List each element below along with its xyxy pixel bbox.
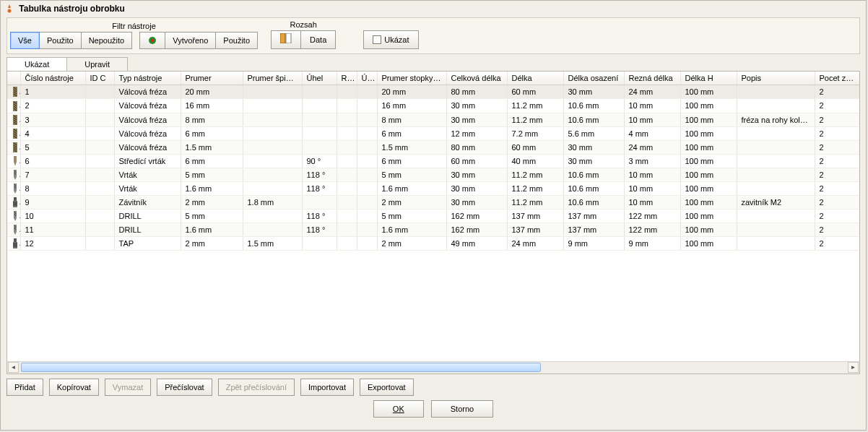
cell-u[interactable] <box>357 99 377 113</box>
table-row[interactable]: 7Vrták5 mm118 °5 mm30 mm11.2 mm10.6 mm10… <box>7 168 860 181</box>
cell-tot[interactable]: 80 mm <box>446 85 507 99</box>
cell-shank[interactable]: 8 mm <box>377 113 446 126</box>
tool-icon[interactable] <box>7 209 20 223</box>
cell-teeth[interactable]: 2 <box>815 140 860 154</box>
cell-shld[interactable]: 9 mm <box>563 237 624 251</box>
cell-shld[interactable]: 10.6 mm <box>563 99 624 113</box>
tool-icon[interactable] <box>7 196 20 209</box>
cell-tip[interactable] <box>243 154 302 168</box>
col-total-len[interactable]: Celková délka <box>446 72 507 85</box>
cell-ang[interactable]: 118 ° <box>302 168 337 181</box>
cell-desc[interactable] <box>737 209 815 223</box>
cell-dia[interactable]: 6 mm <box>181 126 243 140</box>
cell-cut[interactable]: 10 mm <box>624 99 680 113</box>
col-desc[interactable]: Popis <box>737 72 815 85</box>
cell-desc[interactable] <box>737 85 815 99</box>
cell-r[interactable] <box>337 237 357 251</box>
cell-tot[interactable]: 30 mm <box>446 196 507 209</box>
undo-renumber-button[interactable]: Zpět přečíslování <box>218 379 295 396</box>
filter-created-icon-button[interactable] <box>139 32 165 49</box>
cell-u[interactable] <box>357 223 377 237</box>
cell-shank[interactable]: 1.6 mm <box>377 223 446 237</box>
filter-used2-button[interactable]: Použito <box>216 32 258 49</box>
cell-len[interactable]: 11.2 mm <box>507 196 563 209</box>
cell-len[interactable]: 60 mm <box>507 85 563 99</box>
tool-icon[interactable] <box>7 85 20 99</box>
cell-tip[interactable] <box>243 85 302 99</box>
cell-idc[interactable] <box>85 196 114 209</box>
cell-shld[interactable]: 30 mm <box>563 154 624 168</box>
cell-ang[interactable] <box>302 85 337 99</box>
cell-h[interactable]: 100 mm <box>680 209 737 223</box>
col-shoulder-len[interactable]: Délka osazení <box>563 72 624 85</box>
table-row[interactable]: 3Válcová fréza8 mm8 mm30 mm11.2 mm10.6 m… <box>7 113 860 126</box>
tool-icon[interactable] <box>7 99 20 113</box>
cell-u[interactable] <box>357 113 377 126</box>
renumber-button[interactable]: Přečíslovat <box>157 379 212 396</box>
table-row[interactable]: 4Válcová fréza6 mm6 mm12 mm7.2 mm5.6 mm4… <box>7 126 860 140</box>
cell-desc[interactable] <box>737 181 815 195</box>
cell-len[interactable]: 11.2 mm <box>507 181 563 195</box>
cell-dia[interactable]: 1.6 mm <box>181 223 243 237</box>
table-row[interactable]: 1Válcová fréza20 mm20 mm80 mm60 mm30 mm2… <box>7 85 860 99</box>
col-icon[interactable] <box>7 72 20 85</box>
cell-shld[interactable]: 10.6 mm <box>563 113 624 126</box>
cell-teeth[interactable]: 2 <box>815 196 860 209</box>
cell-tip[interactable]: 1.5 mm <box>243 237 302 251</box>
cell-r[interactable] <box>337 99 357 113</box>
cell-len[interactable]: 60 mm <box>507 140 563 154</box>
cell-idc[interactable] <box>85 140 114 154</box>
table-row[interactable]: 8Vrták1.6 mm118 °1.6 mm30 mm11.2 mm10.6 … <box>7 181 860 195</box>
cell-cut[interactable]: 122 mm <box>624 223 680 237</box>
scroll-right-icon[interactable]: ► <box>848 362 859 373</box>
cell-idc[interactable] <box>85 154 114 168</box>
cell-shank[interactable]: 16 mm <box>377 99 446 113</box>
cell-desc[interactable] <box>737 237 815 251</box>
cell-len[interactable]: 11.2 mm <box>507 168 563 181</box>
tool-icon[interactable] <box>7 140 20 154</box>
cell-shld[interactable]: 5.6 mm <box>563 126 624 140</box>
cell-ang[interactable]: 118 ° <box>302 223 337 237</box>
cell-shank[interactable]: 20 mm <box>377 85 446 99</box>
tool-icon[interactable] <box>7 126 20 140</box>
cell-ang[interactable]: 118 ° <box>302 181 337 195</box>
cell-ang[interactable]: 118 ° <box>302 209 337 223</box>
col-angle[interactable]: Úhel <box>302 72 337 85</box>
tool-icon[interactable] <box>7 113 20 126</box>
cell-no[interactable]: 5 <box>20 140 85 154</box>
cell-ang[interactable]: 90 ° <box>302 154 337 168</box>
table-row[interactable]: 2Válcová fréza16 mm16 mm30 mm11.2 mm10.6… <box>7 99 860 113</box>
col-tip-dia[interactable]: Prumer špicky <box>243 72 302 85</box>
cell-dia[interactable]: 8 mm <box>181 113 243 126</box>
tool-icon[interactable] <box>7 237 20 251</box>
cell-tot[interactable]: 80 mm <box>446 140 507 154</box>
cell-h[interactable]: 100 mm <box>680 140 737 154</box>
cell-shank[interactable]: 2 mm <box>377 196 446 209</box>
cancel-button[interactable]: Storno <box>431 400 493 418</box>
cell-type[interactable]: Válcová fréza <box>114 85 181 99</box>
cell-teeth[interactable]: 2 <box>815 113 860 126</box>
cell-u[interactable] <box>357 140 377 154</box>
cell-desc[interactable] <box>737 140 815 154</box>
cell-h[interactable]: 100 mm <box>680 99 737 113</box>
cell-r[interactable] <box>337 168 357 181</box>
cell-len[interactable]: 137 mm <box>507 209 563 223</box>
col-length[interactable]: Délka <box>507 72 563 85</box>
tab-edit[interactable]: Upravit <box>67 57 128 71</box>
cell-len[interactable]: 24 mm <box>507 237 563 251</box>
ok-button[interactable]: OK <box>373 400 424 418</box>
cell-r[interactable] <box>337 113 357 126</box>
filter-unused-button[interactable]: Nepoužito <box>82 32 133 49</box>
cell-tip[interactable] <box>243 99 302 113</box>
cell-type[interactable]: Středící vrták <box>114 154 181 168</box>
cell-shank[interactable]: 6 mm <box>377 154 446 168</box>
cell-h[interactable]: 100 mm <box>680 181 737 195</box>
range-view-button[interactable] <box>271 30 301 49</box>
cell-h[interactable]: 100 mm <box>680 196 737 209</box>
cell-shld[interactable]: 30 mm <box>563 85 624 99</box>
cell-tot[interactable]: 30 mm <box>446 168 507 181</box>
tool-icon[interactable] <box>7 154 20 168</box>
filter-all-button[interactable]: Vše <box>10 32 40 49</box>
cell-dia[interactable]: 2 mm <box>181 196 243 209</box>
tool-icon[interactable] <box>7 168 20 181</box>
